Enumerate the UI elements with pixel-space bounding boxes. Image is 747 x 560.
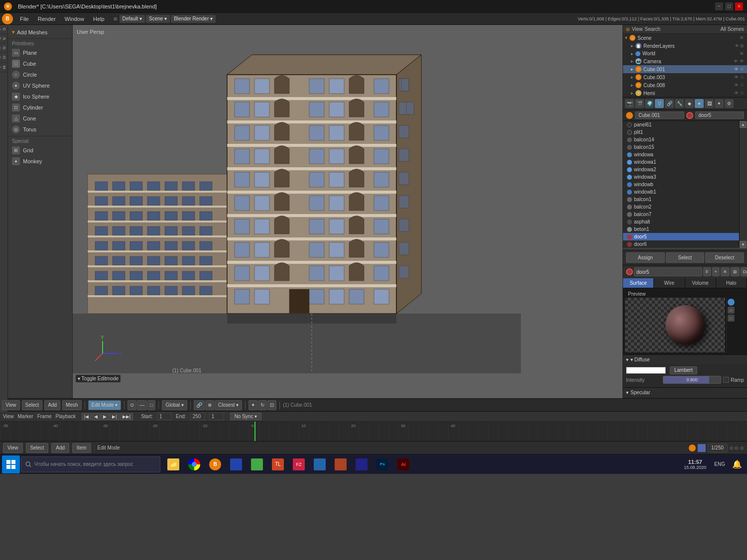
outliner-cube003[interactable]: ▸ ▽ Cube.003 👁 ☉ [623,73,747,81]
menu-help[interactable]: Help [89,15,109,23]
toolbar-cone[interactable]: △ Cone [8,113,72,124]
taskbar-notification[interactable]: 🔔 [729,459,745,469]
vp-mode-btn[interactable]: Edit Mode ▾ [88,400,122,410]
texture-props-icon[interactable]: 🖼 [705,99,714,108]
outliner-search-btn[interactable]: Search [645,26,661,32]
menu-render[interactable]: Render [34,15,60,23]
mat-balcon14[interactable]: balcon14 [623,136,739,143]
vp-view-btn[interactable]: View [2,400,20,410]
sb-add-btn[interactable]: Add [51,443,69,453]
vp-add-btn[interactable]: Add [44,400,60,410]
particle-props-icon[interactable]: ✦ [715,99,724,108]
toolbar-torus[interactable]: ◎ Torus [8,124,72,135]
mat-plit1[interactable]: plit1 [623,128,739,136]
toolbar-grid[interactable]: ⊞ Grid [8,145,72,156]
taskbar-app4[interactable] [226,455,246,473]
maximize-button[interactable]: □ [725,2,733,10]
engine-selector[interactable]: Blender Render ▾ [171,15,216,23]
taskbar-chrome[interactable] [184,455,204,473]
outliner-world[interactable]: ▸ World 👁 [623,50,747,57]
preview-plane-btn[interactable]: ▭ [728,307,735,314]
vp-mesh-btn[interactable]: Mesh [62,400,81,410]
render-props-icon[interactable]: 📷 [625,99,634,108]
material-name-input[interactable] [634,267,702,276]
side-tab-shading[interactable]: Shad [0,34,7,43]
mat-windowb[interactable]: windowb [623,181,739,188]
layout-selector[interactable]: Default ▾ [120,15,145,23]
taskbar-app9[interactable] [331,455,351,473]
mat-scroll-down[interactable]: ▼ [740,241,747,248]
mat-door6[interactable]: door6 [623,240,739,248]
material-props-icon[interactable]: ● [695,99,704,108]
toolbar-monkey[interactable]: ♦ Monkey [8,156,72,167]
mat-browse-btn[interactable]: F [703,267,711,276]
menu-window[interactable]: Window [61,15,88,23]
side-tab-misc[interactable]: Misc [0,63,7,73]
diffuse-ramp-toggle[interactable]: Ramp [723,377,744,383]
sb-screen-icon[interactable] [698,444,706,452]
active-object-name[interactable]: Cube.001 [635,112,684,119]
mat-windowa2[interactable]: windowa2 [623,166,739,173]
scene-selector[interactable]: Scene ▾ [146,15,170,23]
mat-beton1[interactable]: beton1 [623,225,739,233]
mat-copy-btn[interactable]: ⊞ [731,267,740,276]
taskbar-blender[interactable]: B [205,455,225,473]
modifier-props-icon[interactable]: 🔧 [675,99,684,108]
diffuse-color-swatch[interactable] [626,367,666,374]
preview-sphere[interactable] [665,305,705,345]
side-tab-options[interactable]: Op [0,53,7,62]
vp-select-btn[interactable]: Select [22,400,43,410]
tl-playback-btn[interactable]: Playback [56,414,76,419]
diffuse-shader-dropdown[interactable]: Lambert [670,366,697,374]
data-props-icon[interactable]: ◆ [685,99,694,108]
shader-tab-volume[interactable]: Volume [685,278,716,288]
tl-next-frame-btn[interactable]: ▶| [110,413,119,420]
mat-scrolltrack[interactable] [740,128,747,241]
taskbar-app8[interactable] [310,455,330,473]
outliner-view-btn[interactable]: View [632,26,643,32]
tl-prev-frame-btn[interactable]: ◀ [92,413,100,420]
tl-play-btn[interactable]: ▶ [101,413,109,420]
outliner-hemi[interactable]: ▸ ☀ Hemi 👁 ☉ [623,89,747,97]
mat-door5[interactable]: door5 [623,233,739,240]
mat-windowa[interactable]: windowa [623,151,739,158]
outliner-cube001[interactable]: ▸ ▽ Cube.001 👁 ☉ [623,65,747,73]
taskbar-search-text[interactable]: Чтобы начать поиск, введите здесь запрос [34,461,133,467]
mat-list-scrollbar[interactable]: ▲ ▼ [739,121,747,248]
mat-data-btn[interactable]: Data [741,267,747,276]
minimize-button[interactable]: − [715,2,723,10]
mat-balcon2[interactable]: balcon2 [623,203,739,211]
toolbar-cube[interactable]: □ Cube [8,58,72,69]
taskbar-lang[interactable]: ENG [711,461,728,467]
shader-tab-halo[interactable]: Halo [716,278,747,288]
taskbar-app10[interactable] [352,455,372,473]
tl-view-btn[interactable]: View [3,414,14,419]
sb-view-btn[interactable]: View [3,443,23,453]
taskbar-app6[interactable]: TL [268,455,288,473]
mat-balcon15[interactable]: balcon15 [623,143,739,151]
preview-cube-btn[interactable]: □ [728,315,735,322]
vp-magnet-btn[interactable]: ⊕ [205,400,214,410]
mat-windowb1[interactable]: windowb1 [623,188,739,196]
specular-header[interactable]: ▾ Specular [623,387,747,397]
toolbar-circle[interactable]: ○ Circle [8,69,72,80]
constraint-props-icon[interactable]: 🔗 [665,99,674,108]
taskbar-search[interactable]: Чтобы начать поиск, введите здесь запрос [21,456,160,472]
tl-no-sync-btn[interactable]: No Sync ▾ [230,413,262,420]
taskbar-app7[interactable]: FZ [289,455,309,473]
mat-windowa1[interactable]: windowa1 [623,158,739,166]
tl-frame-btn[interactable]: Frame [37,414,52,419]
shader-tab-wire[interactable]: Wire [654,278,685,288]
tl-current-frame[interactable]: 1 [209,413,224,420]
active-material-name[interactable]: door5 [695,112,745,119]
toolbar-uvsphere[interactable]: ● UV Sphere [8,80,72,91]
mat-balcon1[interactable]: balcon1 [623,196,739,203]
object-props-icon[interactable]: ▽ [655,99,664,108]
side-tab-create[interactable]: Create [0,25,7,34]
mat-windowa3[interactable]: windowa3 [623,173,739,181]
world-props-icon[interactable]: 🌍 [645,99,654,108]
tl-end-value[interactable]: 250 [190,413,205,420]
diffuse-intensity-bar[interactable]: 0.800 [663,376,721,384]
taskbar-app5[interactable] [247,455,267,473]
vp-edge-mode[interactable]: — [137,400,147,410]
